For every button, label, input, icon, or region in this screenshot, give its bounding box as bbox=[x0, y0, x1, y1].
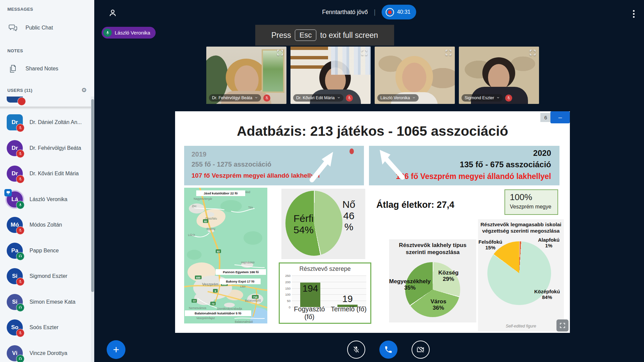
video-name-label: László Veronika bbox=[380, 96, 410, 100]
presentation-slide: 6 – Adatbázis: 213 játékos - 1065 asszoc… bbox=[175, 111, 570, 333]
recording-indicator[interactable]: 40:31 bbox=[382, 5, 416, 19]
video-nameplate: László Veronika bbox=[377, 94, 419, 102]
talking-indicator[interactable]: László Veronika bbox=[102, 27, 156, 39]
user-avatar: Si bbox=[7, 268, 23, 284]
residence-kozseg-label: Község29% bbox=[435, 269, 462, 282]
user-list-item[interactable]: LáLászló Veronika bbox=[0, 187, 91, 213]
road-badge: 8 bbox=[215, 290, 216, 293]
red-dot bbox=[350, 148, 354, 154]
actions-plus-button[interactable]: + bbox=[107, 340, 125, 359]
presentation-fullscreen-button[interactable] bbox=[556, 319, 569, 331]
video-user-name[interactable]: Sigmond Eszter bbox=[462, 94, 503, 102]
user-list-item[interactable]: SiSigmond Eszter bbox=[0, 263, 91, 289]
road-badge: 830 bbox=[196, 276, 201, 279]
messages-header: MESSAGES bbox=[0, 7, 94, 12]
user-list-item[interactable]: PaPapp Bence bbox=[0, 238, 91, 264]
muted-mic-badge bbox=[346, 95, 353, 102]
video-name-label: Dr. Fehérvölgyi Beáta bbox=[212, 96, 252, 100]
road-badge: 82 bbox=[217, 250, 220, 253]
role-bar-chart: Résztvevő szerepe 250 200 150 100 50 0 1… bbox=[279, 262, 371, 324]
video-name-label: Dr. Kővári Edit Mária bbox=[296, 96, 335, 100]
residence-varos-label: Város36% bbox=[425, 298, 452, 311]
avatar-initials: Si bbox=[12, 273, 17, 280]
person-shape bbox=[234, 65, 259, 95]
county-name: Veszprém megye bbox=[510, 204, 557, 210]
muted-mic-badge bbox=[263, 95, 270, 102]
sidebar-scrollbar[interactable] bbox=[91, 97, 94, 362]
user-name: Vincze Dorottya bbox=[30, 350, 67, 356]
map-place: Lókút bbox=[188, 233, 195, 237]
map-place: Hajmáskér bbox=[241, 261, 255, 264]
education-chart-title: Résztvevők legmagasabb iskolaivégzettség… bbox=[478, 219, 564, 234]
muted-mic-badge bbox=[505, 95, 512, 102]
user-name: Sigmond Eszter bbox=[30, 273, 67, 279]
leave-audio-button[interactable] bbox=[379, 341, 397, 359]
presenter-icon bbox=[4, 189, 12, 196]
slide-page-number: 6 bbox=[540, 113, 551, 122]
education-alapfoku-label: Alapfokú1% bbox=[534, 237, 563, 249]
video-tile[interactable]: László Veronika bbox=[375, 47, 455, 104]
user-list-item[interactable]: ViVincze Dorottya bbox=[0, 341, 91, 362]
user-name: Soós Eszter bbox=[30, 324, 58, 330]
user-avatar: Pa bbox=[7, 243, 23, 259]
video-fullscreen-icon[interactable] bbox=[360, 49, 368, 57]
role-chart-x-labels: Fogyasztó (fő) Termelő (fő) bbox=[290, 305, 368, 321]
video-fullscreen-icon[interactable] bbox=[444, 49, 452, 57]
options-kebab-menu[interactable] bbox=[629, 9, 638, 19]
figure-caption: Self-edited figure bbox=[478, 324, 564, 328]
muted-mic-badge bbox=[16, 149, 24, 158]
user-list-item[interactable]: DrDr. Fehérvölgyi Beáta bbox=[0, 135, 91, 161]
video-user-name[interactable]: Dr. Kővári Edit Mária bbox=[293, 94, 343, 102]
video-tile[interactable]: Dr. Kővári Edit Mária bbox=[290, 47, 371, 104]
map-callout: Jásd kutatótábor 22 fő bbox=[204, 191, 238, 195]
muted-mic-badge bbox=[16, 226, 24, 235]
talking-user-name: László Veronika bbox=[115, 30, 150, 36]
map-place: Eplény bbox=[207, 227, 216, 231]
user-list-item[interactable]: MóMódos Zoltán bbox=[0, 212, 91, 238]
y-tick: 50 bbox=[287, 299, 290, 303]
county-percent: 100% bbox=[510, 192, 557, 202]
average-age-label: Átlag életkor: 27,4 bbox=[376, 200, 484, 210]
scrollbar-thumb[interactable] bbox=[91, 99, 94, 292]
share-webcam-button[interactable] bbox=[412, 341, 430, 359]
record-icon bbox=[386, 8, 394, 16]
minimize-presentation-button[interactable]: – bbox=[550, 111, 570, 123]
video-name-label: Sigmond Eszter bbox=[465, 96, 494, 100]
user-name: Simon Emese Kata bbox=[30, 299, 75, 305]
education-kozepfoku-label: Középfokú84% bbox=[531, 289, 563, 300]
main-area: László Veronika Fenntartható jövő | 40:3… bbox=[94, 0, 644, 362]
notes-header: NOTES bbox=[0, 48, 94, 53]
headphones-badge bbox=[16, 252, 24, 260]
video-user-name[interactable]: Dr. Fehérvölgyi Beáta bbox=[209, 94, 261, 102]
video-nameplate: Dr. Kővári Edit Mária bbox=[293, 94, 353, 102]
map-place: Tés bbox=[248, 206, 253, 209]
unmute-microphone-button[interactable] bbox=[347, 341, 365, 359]
video-fullscreen-icon[interactable] bbox=[529, 49, 537, 57]
video-tile[interactable]: Dr. Fehérvölgyi Beáta bbox=[206, 47, 286, 104]
y-tick: 250 bbox=[285, 274, 290, 278]
map-place: Litér bbox=[240, 285, 246, 288]
user-avatar: Vi bbox=[7, 345, 23, 361]
sidebar-item-shared-notes[interactable]: Shared Notes bbox=[0, 61, 90, 76]
gender-pie-chart: Férfi54% Nő46 % bbox=[281, 189, 365, 259]
user-list-item[interactable]: SoSoós Eszter bbox=[0, 315, 91, 341]
chevron-down-icon bbox=[496, 96, 500, 100]
public-chat-label: Public Chat bbox=[25, 25, 53, 31]
slide-title: Adatbázis: 213 játékos - 1065 asszociáci… bbox=[175, 123, 570, 139]
user-list-item-partial[interactable] bbox=[0, 97, 91, 107]
user-avatar-icon[interactable] bbox=[108, 8, 118, 18]
user-list-item[interactable]: DrDr. Kővári Edit Mária bbox=[0, 161, 91, 187]
map-place: Szentkirályszabadja bbox=[217, 307, 242, 310]
video-fullscreen-icon[interactable] bbox=[276, 49, 284, 57]
user-list-item[interactable]: SiSimon Emese Kata bbox=[0, 289, 91, 315]
sidebar-item-public-chat[interactable]: Public Chat bbox=[0, 20, 90, 36]
video-user-name[interactable]: László Veronika bbox=[377, 94, 419, 102]
avatar-initials: Si bbox=[12, 299, 17, 305]
map-place: Veszprém bbox=[202, 282, 219, 286]
user-list-item[interactable]: DrDr. Dániel Zoltán An... bbox=[0, 110, 91, 135]
user-avatar: Mó bbox=[7, 217, 23, 233]
user-avatar: Si bbox=[7, 294, 23, 310]
video-tile[interactable]: Sigmond Eszter bbox=[459, 47, 539, 104]
manage-users-gear-icon[interactable]: ⚙ bbox=[81, 86, 87, 94]
muted-mic-badge bbox=[16, 329, 24, 337]
